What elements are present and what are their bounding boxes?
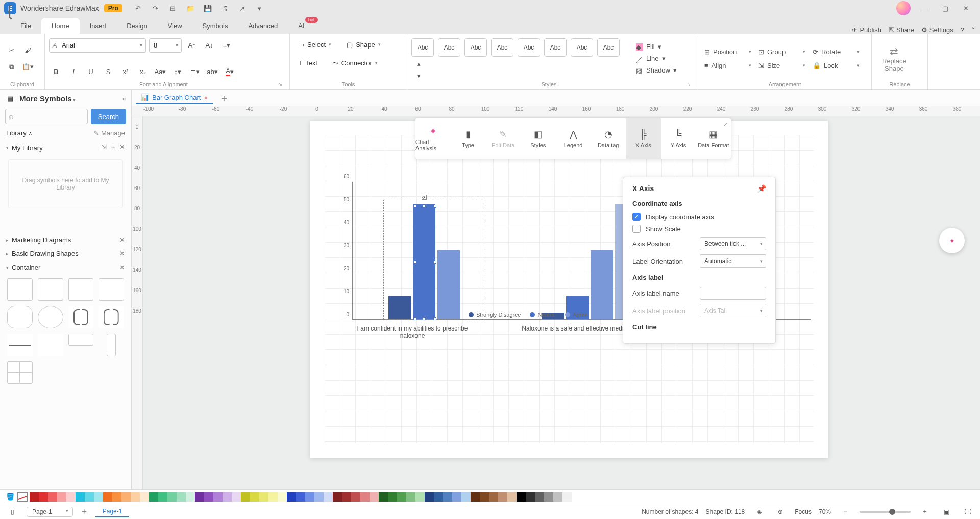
mylib-export-button[interactable]: ⇲ [101, 143, 107, 152]
shape-curly[interactable] [38, 334, 63, 356]
menu-advanced[interactable]: Advanced [238, 18, 288, 34]
color-swatch[interactable] [342, 492, 351, 502]
open-button[interactable]: 📁 [184, 2, 197, 15]
shape-brackets-rev[interactable] [99, 306, 124, 328]
manage-library-button[interactable]: ✎ Manage [93, 129, 125, 137]
shape-rect-1[interactable] [7, 278, 33, 301]
select-tool-button[interactable]: ▭Select▾ [294, 37, 338, 52]
cat-close-1[interactable]: ✕ [119, 250, 125, 257]
shape-brackets[interactable] [68, 306, 94, 328]
color-swatch[interactable] [480, 492, 489, 502]
color-swatch[interactable] [66, 492, 76, 502]
connector-tool-button[interactable]: ⤳Connector▾ [329, 55, 385, 70]
cat-basic[interactable]: Basic Drawing Shapes [12, 250, 79, 257]
symbol-search-button[interactable]: Search [91, 109, 126, 124]
align-button-arr[interactable]: ≡Align▾ [702, 60, 753, 72]
increase-font-button[interactable]: A↑ [185, 38, 199, 53]
undo-button[interactable]: ↶ [132, 2, 145, 15]
add-page-button[interactable]: ＋ [80, 506, 88, 517]
font-size-select[interactable]: 8 [149, 38, 182, 53]
styles-scroll-up[interactable]: ▴ [411, 61, 426, 67]
shape-bar[interactable] [68, 334, 94, 346]
ft-edit-data[interactable]: ✎Edit Data [485, 118, 521, 159]
add-tab-button[interactable]: ＋ [219, 91, 229, 105]
color-swatch[interactable] [103, 492, 112, 502]
color-swatch[interactable] [213, 492, 223, 502]
color-swatch[interactable] [30, 492, 39, 502]
color-swatch[interactable] [489, 492, 498, 502]
color-swatch[interactable] [388, 492, 397, 502]
style-preset-8[interactable]: Abc [597, 38, 620, 57]
style-preset-1[interactable]: Abc [411, 38, 434, 57]
my-library-header[interactable]: My Library [12, 144, 43, 152]
pin-panel-button[interactable]: 📌 [757, 184, 766, 193]
paste-button[interactable]: 📋▾ [20, 60, 35, 74]
text-tool-button[interactable]: T Text [294, 55, 325, 70]
color-swatch[interactable] [149, 492, 158, 502]
shape-tall[interactable] [107, 334, 116, 356]
ft-y-axis[interactable]: ╚Y Axis [661, 118, 696, 159]
styles-launcher[interactable]: ↘ [687, 81, 693, 87]
new-button[interactable]: ⊞ [166, 2, 180, 15]
case-button[interactable]: Aa▾ [153, 64, 167, 79]
line-button[interactable]: ／Line▾ [634, 54, 679, 63]
bold-button[interactable]: B [49, 64, 63, 79]
font-color-button[interactable]: A▾ [223, 64, 237, 79]
color-swatch[interactable] [131, 492, 140, 502]
export-button[interactable]: ↗ [236, 2, 249, 15]
color-swatch[interactable] [452, 492, 461, 502]
color-swatch[interactable] [259, 492, 268, 502]
strike-button[interactable]: S [101, 64, 115, 79]
page-layout-button[interactable]: ▯ [5, 505, 19, 519]
color-swatch[interactable] [572, 492, 581, 502]
zoom-in-button[interactable]: ＋ [918, 505, 932, 519]
page-tab[interactable]: Page-1 [95, 506, 130, 517]
close-button[interactable]: ✕ [955, 1, 976, 15]
cat-close-2[interactable]: ✕ [119, 264, 125, 271]
color-swatch[interactable] [167, 492, 177, 502]
color-swatch[interactable] [397, 492, 406, 502]
menu-insert[interactable]: Insert [80, 18, 117, 34]
more-symbols-button[interactable]: More Symbols ▾ [19, 94, 76, 103]
ai-assistant-bubble[interactable]: ✦ [939, 228, 965, 253]
save-button[interactable]: 💾 [201, 2, 214, 15]
group-button[interactable]: ⊡Group▾ [756, 46, 807, 58]
qat-more-button[interactable]: ▾ [253, 2, 266, 15]
ft-chart-analysis[interactable]: ✦Chart Analysis [415, 118, 451, 159]
fill-button[interactable]: ◆Fill▾ [634, 42, 679, 52]
show-scale-checkbox[interactable] [632, 225, 641, 233]
color-swatch[interactable] [204, 492, 213, 502]
shape-round-rect[interactable] [7, 306, 33, 328]
color-swatch[interactable] [562, 492, 572, 502]
bullet-list-button[interactable]: ≣▾ [188, 64, 202, 79]
shape-ellipse[interactable] [38, 306, 63, 328]
style-preset-6[interactable]: Abc [544, 38, 567, 57]
document-tab[interactable]: 📊 Bar Graph Chart ● [136, 91, 213, 104]
style-preset-4[interactable]: Abc [491, 38, 513, 57]
color-swatch[interactable] [544, 492, 553, 502]
no-fill-swatch[interactable] [17, 492, 28, 502]
color-swatch[interactable] [507, 492, 517, 502]
label-orientation-select[interactable]: Automatic [700, 254, 766, 268]
mylib-add-button[interactable]: ＋ [110, 143, 116, 152]
color-swatch[interactable] [278, 492, 287, 502]
style-preset-5[interactable]: Abc [518, 38, 540, 57]
mylib-close-button[interactable]: ✕ [119, 143, 125, 152]
share-button[interactable]: ⇱ Share [889, 26, 914, 34]
color-swatch[interactable] [333, 492, 342, 502]
color-swatch[interactable] [379, 492, 388, 502]
page-select[interactable]: Page-1 [27, 507, 73, 517]
lock-button[interactable]: 🔒Lock▾ [811, 60, 862, 72]
color-swatch[interactable] [94, 492, 103, 502]
ft-type[interactable]: ▮Type [451, 118, 486, 159]
mylib-drop-zone[interactable]: Drag symbols here to add to My Library [8, 159, 123, 208]
line-spacing-button[interactable]: ↕▾ [170, 64, 185, 79]
color-swatch[interactable] [425, 492, 434, 502]
ft-data-tag[interactable]: ◔Data tag [591, 118, 626, 159]
ft-legend[interactable]: ⋀Legend [556, 118, 591, 159]
color-swatch[interactable] [195, 492, 204, 502]
color-swatch[interactable] [177, 492, 186, 502]
rotate-button[interactable]: ⟳Rotate▾ [811, 46, 862, 58]
color-swatch[interactable] [140, 492, 149, 502]
redo-button[interactable]: ↷ [149, 2, 162, 15]
